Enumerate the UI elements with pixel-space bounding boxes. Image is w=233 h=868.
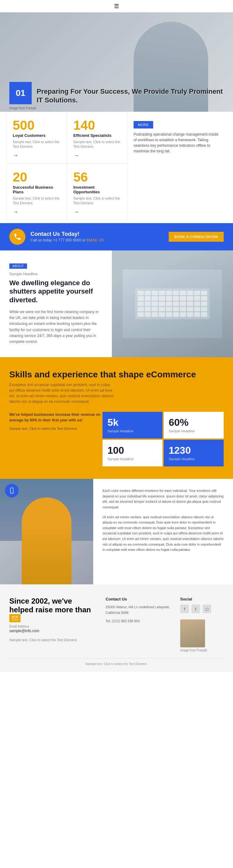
footer-sample-text: Sample text. Click to select the Text El… (9, 638, 96, 642)
skill-cards-grid: 5k Sample Headline 60% Sample Headline 1… (103, 412, 224, 466)
stat-label-1: Efficient Specialists (73, 133, 121, 138)
phone-icon (13, 233, 22, 241)
footer-bottom: Sample text. Click to select the Text El… (9, 658, 224, 666)
skill-card-3: 1230 Sample Headline (164, 440, 224, 466)
skill-card-0: 5k Sample Headline (103, 412, 163, 438)
stats-section: 500 Loyal Customers Sample text. Click t… (0, 112, 233, 223)
stat-desc-3: Sample text. Click to select the Text El… (73, 196, 121, 206)
skill-card-label-0: Sample Headline (108, 429, 157, 433)
footer-grid: Since 2002, we've helped raise more than… (9, 597, 224, 652)
skill-card-label-3: Sample Headline (169, 457, 219, 461)
about-text-col: ABOUT Sample Headline We dwelling elegan… (0, 250, 112, 358)
stat-arrow-2[interactable]: → (13, 209, 60, 215)
footer-heading: Since 2002, we've helped raise more than (9, 597, 96, 614)
skill-card-number-3: 1230 (169, 445, 219, 455)
skill-card-2: 100 Sample Headline (103, 440, 163, 466)
skill-card-number-1: 60% (169, 417, 219, 427)
contact-banner-title: Contact Us Today! (30, 231, 164, 238)
contact-banner-subtitle: Call us today +1 777 000 0000 or EMAIL U… (30, 238, 164, 242)
about-sample-headline: Sample Headline (9, 272, 103, 276)
skill-card-number-2: 100 (108, 445, 157, 455)
email-us-link[interactable]: EMAIL US (86, 238, 104, 242)
footer-social-col: Social f 𝕥 ◻ Image from Freepik (180, 597, 224, 652)
about-heading: We dwelling elegance do shutters appetit… (9, 279, 103, 304)
stat-label-0: Loyal Customers (13, 133, 60, 138)
profile-para-1: Ut enim ad minim veniam, quis nostrud ex… (103, 515, 224, 553)
stats-right-col: MORE Podcasting operational change manag… (127, 112, 227, 220)
footer-contact-heading: Contact Us (106, 597, 171, 601)
about-image: for(let i=0;i<50;i++) document.write('<d… (112, 250, 233, 358)
social-icons: f 𝕥 ◻ (180, 604, 224, 613)
profile-section: Each color evokes different emotions for… (0, 479, 233, 584)
footer-contact-address: 25000 Walnut, Hill Ln undefined Lafayett… (106, 604, 171, 615)
contact-banner-text: Contact Us Today! Call us today +1 777 0… (30, 231, 164, 242)
skill-card-label-1: Sample Headline (169, 429, 219, 433)
stat-label-2: Successful Business Plans (13, 185, 60, 194)
book-consultation-button[interactable]: BOOK A CONSULTATION (169, 232, 224, 242)
stat-arrow-0[interactable]: → (13, 152, 60, 159)
about-tag: ABOUT (9, 264, 27, 269)
skill-card-number-0: 5k (108, 417, 157, 427)
about-body: While we were not the first home cleanin… (9, 309, 103, 345)
footer: Since 2002, we've helped raise more than… (0, 584, 233, 672)
stat-label-3: Investment Opportunities (73, 185, 121, 194)
skills-bottom: We've helped businesses increase their r… (9, 412, 224, 466)
skills-bottom-left: We've helped businesses increase their r… (9, 412, 103, 466)
hero-number: 01 (9, 82, 32, 104)
profile-para-0: Each color evokes different emotions for… (103, 488, 224, 510)
facebook-icon[interactable]: f (180, 604, 189, 613)
email-icon (9, 614, 21, 622)
skills-section: Skills and experience that shape eCommer… (0, 357, 233, 479)
stat-desc-2: Sample text. Click to select the Text El… (13, 196, 60, 206)
mobile-icon (8, 487, 15, 494)
hero-section: 01 Preparing For Your Success, We Provid… (0, 12, 233, 112)
envelope-icon (12, 616, 18, 620)
profile-text-col: Each color evokes different emotions for… (93, 479, 233, 584)
instagram-icon[interactable]: ◻ (203, 604, 211, 613)
avatar-image (180, 619, 205, 647)
about-image-inner: for(let i=0;i<50;i++) document.write('<d… (112, 250, 233, 358)
stat-arrow-3[interactable]: → (73, 209, 121, 215)
man-figure (22, 497, 71, 584)
navigation: ☰ (0, 0, 233, 12)
stat-card-2: 20 Successful Business Plans Sample text… (6, 163, 67, 220)
phone-icon-circle (9, 229, 26, 245)
skills-strong-text: We've helped businesses increase their r… (9, 412, 100, 422)
contact-banner: Contact Us Today! Call us today +1 777 0… (0, 223, 233, 250)
about-section: ABOUT Sample Headline We dwelling elegan… (0, 250, 233, 358)
footer-contact-col: Contact Us 25000 Walnut, Hill Ln undefin… (106, 597, 171, 652)
stat-desc-0: Sample text. Click to select the Text El… (13, 140, 60, 149)
stat-number-0: 500 (13, 119, 60, 132)
hamburger-menu-icon[interactable]: ☰ (114, 3, 119, 10)
stat-card-3: 56 Investment Opportunities Sample text.… (67, 163, 127, 220)
footer-email-label: Email Address (9, 625, 96, 628)
skill-card-label-2: Sample Headline (108, 457, 157, 461)
stats-right-content: MORE Podcasting operational change manag… (134, 121, 221, 154)
more-button[interactable]: MORE (134, 121, 153, 128)
footer-col-1: Since 2002, we've helped raise more than… (9, 597, 96, 652)
stats-right-text: Podcasting operational change management… (134, 131, 221, 154)
profile-image (0, 479, 93, 584)
footer-social-heading: Social (180, 597, 224, 601)
stat-card-1: 140 Efficient Specialists Sample text. C… (67, 112, 127, 163)
skill-card-1: 60% Sample Headline (164, 412, 224, 438)
twitter-icon[interactable]: 𝕥 (192, 604, 200, 613)
skills-subtext: Excepteur sint occaecat cupidatat non pr… (9, 382, 115, 404)
stat-arrow-1[interactable]: → (73, 152, 121, 159)
skills-sub-text: Sample text. Click to select the Text El… (9, 426, 103, 431)
footer-bottom-text: Sample text. Click to select the Text El… (85, 662, 148, 666)
footer-contact-phone: Tel: (111) 360 336 663 (106, 619, 171, 624)
stat-number-1: 140 (73, 119, 121, 132)
stat-desc-1: Sample text. Click to select the Text El… (73, 140, 121, 149)
footer-image-credit: Image from Freepik (180, 649, 224, 652)
hero-title: Preparing For Your Success, We Provide T… (37, 87, 224, 104)
stats-grid: 500 Loyal Customers Sample text. Click t… (6, 112, 127, 220)
footer-email-value: sample@info.com (9, 629, 96, 633)
hero-overlay: 01 Preparing For Your Success, We Provid… (0, 74, 233, 112)
stat-number-3: 56 (73, 171, 121, 184)
stat-number-2: 20 (13, 171, 60, 184)
mobile-icon-circle (5, 484, 19, 497)
profile-image-col (0, 479, 93, 584)
skills-heading: Skills and experience that shape eCommer… (9, 370, 224, 379)
keyboard-placeholder: for(let i=0;i<50;i++) document.write('<d… (123, 270, 222, 338)
